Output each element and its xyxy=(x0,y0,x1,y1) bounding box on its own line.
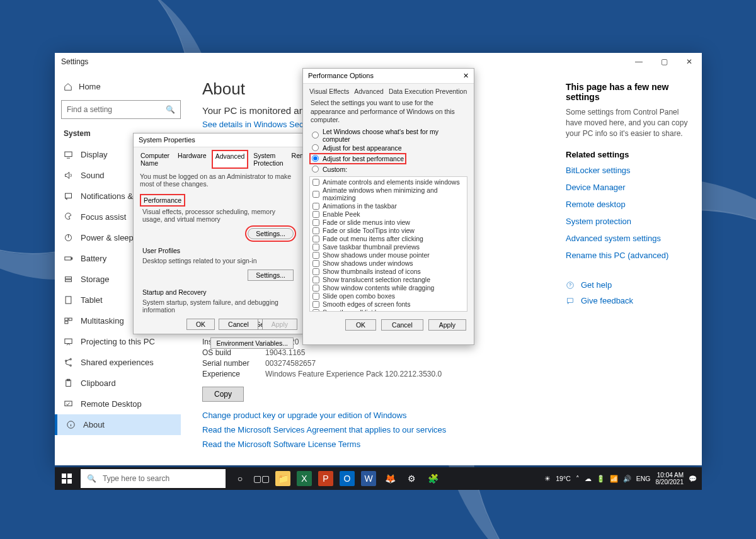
security-link[interactable]: See details in Windows Security xyxy=(202,120,319,129)
clock-date: 8/20/2021 xyxy=(656,479,684,485)
task-view-icon[interactable]: ▢▢ xyxy=(254,471,269,486)
visual-effect-checkbox[interactable]: Animations in the taskbar xyxy=(312,202,464,210)
battery-icon[interactable]: 🔋 xyxy=(597,475,605,483)
svg-rect-7 xyxy=(66,297,71,304)
help-icon: ? xyxy=(566,281,575,290)
sidebar-item-label: Focus assist xyxy=(81,212,126,222)
visual-effect-checkbox[interactable]: Enable Peek xyxy=(312,210,464,218)
onedrive-icon[interactable]: ☁ xyxy=(585,475,592,482)
visual-effect-checkbox[interactable]: Fade or slide ToolTips into view xyxy=(312,227,464,235)
volume-icon[interactable]: 🔊 xyxy=(623,475,631,483)
link-rename-pc[interactable]: Rename this PC (advanced) xyxy=(566,251,693,260)
link-system-protection[interactable]: System protection xyxy=(566,217,693,226)
svg-rect-22 xyxy=(62,474,66,478)
weather-temp[interactable]: 19°C xyxy=(556,475,570,482)
sidebar-item-remote-desktop[interactable]: Remote Desktop xyxy=(61,394,181,414)
firefox-icon[interactable]: 🦊 xyxy=(382,471,398,486)
visual-effect-checkbox[interactable]: Fade out menu items after clicking xyxy=(312,235,464,243)
sidebar-item-about[interactable]: About xyxy=(55,414,181,435)
search-input[interactable]: Find a setting 🔍 xyxy=(61,100,181,119)
language-indicator[interactable]: ENG xyxy=(636,475,651,482)
sound-icon xyxy=(64,171,73,180)
copy-button[interactable]: Copy xyxy=(202,387,244,402)
battery-icon xyxy=(64,254,73,263)
tray-chevron-icon[interactable]: ˄ xyxy=(576,475,580,482)
minimize-button[interactable]: — xyxy=(626,53,651,71)
close-icon[interactable]: ✕ xyxy=(463,72,469,80)
excel-icon[interactable]: X xyxy=(297,471,312,486)
link-remote-desktop[interactable]: Remote desktop xyxy=(566,200,693,209)
ok-button[interactable]: OK xyxy=(186,319,215,330)
visual-effect-checkbox[interactable]: Show shadows under mouse pointer xyxy=(312,251,464,259)
radio-let-windows-choose[interactable]: Let Windows choose what's best for my co… xyxy=(303,127,474,144)
link-advanced-system-settings[interactable]: Advanced system settings xyxy=(566,234,693,243)
radio-best-performance[interactable]: Adjust for best performance xyxy=(309,153,406,164)
taskbar-search[interactable]: 🔍 Type here to search xyxy=(81,469,226,488)
visual-effect-checkbox[interactable]: Slide open combo boxes xyxy=(312,292,464,300)
checkbox-label: Show thumbnails instead of icons xyxy=(323,268,421,275)
visual-effect-checkbox[interactable]: Save taskbar thumbnail previews xyxy=(312,243,464,251)
checkbox-label: Animate windows when minimizing and maxi… xyxy=(323,186,464,201)
cancel-button[interactable]: Cancel xyxy=(381,319,423,331)
tab-system-protection[interactable]: System Protection xyxy=(250,150,286,169)
tab-hardware[interactable]: Hardware xyxy=(175,150,210,169)
about-icon xyxy=(66,420,76,429)
visual-effect-checkbox[interactable]: Show shadows under windows xyxy=(312,259,464,268)
radio-custom[interactable]: Custom: xyxy=(303,165,474,174)
sidebar-item-shared-experiences[interactable]: Shared experiences xyxy=(61,352,181,373)
word-icon[interactable]: W xyxy=(361,471,376,486)
ok-button[interactable]: OK xyxy=(345,319,376,331)
visual-effect-checkbox[interactable]: Show translucent selection rectangle xyxy=(312,276,464,284)
visual-effect-checkbox[interactable]: Smooth-scroll list boxes xyxy=(312,309,464,312)
license-terms-link[interactable]: Read the Microsoft Software License Term… xyxy=(202,440,360,449)
sidebar-item-clipboard[interactable]: Clipboard xyxy=(61,373,181,394)
home-icon xyxy=(64,82,72,91)
tab-visual-effects[interactable]: Visual Effects xyxy=(309,88,349,95)
tab-computer-name[interactable]: Computer Name xyxy=(137,150,173,169)
powerpoint-icon[interactable]: P xyxy=(318,471,333,486)
give-feedback-link[interactable]: Give feedback xyxy=(566,296,693,305)
services-agreement-link[interactable]: Read the Microsoft Services Agreement th… xyxy=(202,425,446,434)
link-device-manager[interactable]: Device Manager xyxy=(566,183,693,192)
visual-effect-checkbox[interactable]: Smooth edges of screen fonts xyxy=(312,300,464,309)
clock[interactable]: 10:04 AM 8/20/2021 xyxy=(656,472,684,485)
close-button[interactable]: ✕ xyxy=(677,53,702,71)
title-text: Performance Options xyxy=(308,72,374,80)
visual-effect-checkbox[interactable]: Animate windows when minimizing and maxi… xyxy=(312,186,464,202)
performance-settings-button[interactable]: Settings... xyxy=(248,228,294,239)
apply-button[interactable]: Apply xyxy=(262,319,297,330)
startup-recovery-desc: System startup, system failure, and debu… xyxy=(134,297,302,317)
visual-effects-list[interactable]: Animate controls and elements inside win… xyxy=(309,176,467,312)
tab-dep[interactable]: Data Execution Prevention xyxy=(389,88,467,95)
visual-effect-checkbox[interactable]: Show thumbnails instead of icons xyxy=(312,268,464,276)
link-bitlocker[interactable]: BitLocker settings xyxy=(566,166,693,175)
spec-value: 003274582657 xyxy=(265,359,316,368)
visual-effect-checkbox[interactable]: Show window contents while dragging xyxy=(312,284,464,292)
environment-variables-button[interactable]: Environment Variables... xyxy=(210,338,294,349)
sidebar-home[interactable]: Home xyxy=(61,77,181,96)
svg-rect-1 xyxy=(66,193,72,198)
clock-time: 10:04 AM xyxy=(656,472,684,479)
user-profiles-settings-button[interactable]: Settings... xyxy=(248,270,294,281)
get-help-link[interactable]: ?Get help xyxy=(566,280,693,290)
notifications-icon[interactable]: 💬 xyxy=(689,475,697,483)
tab-advanced[interactable]: Advanced xyxy=(212,150,249,169)
radio-best-appearance[interactable]: Adjust for best appearance xyxy=(303,144,474,152)
apply-button[interactable]: Apply xyxy=(428,319,466,331)
tab-advanced[interactable]: Advanced xyxy=(354,88,384,95)
settings-icon[interactable]: ⚙ xyxy=(404,471,419,486)
right-heading: This page has a few new settings xyxy=(566,82,693,102)
weather-icon[interactable]: ☀ xyxy=(544,475,551,482)
wifi-icon[interactable]: 📶 xyxy=(610,475,618,483)
visual-effect-checkbox[interactable]: Animate controls and elements inside win… xyxy=(312,178,464,186)
cancel-button[interactable]: Cancel xyxy=(219,319,258,330)
change-product-key-link[interactable]: Change product key or upgrade your editi… xyxy=(202,411,406,420)
outlook-icon[interactable]: O xyxy=(340,471,355,486)
cortana-icon[interactable]: ○ xyxy=(232,471,248,486)
app-icon[interactable]: 🧩 xyxy=(425,471,440,486)
visual-effect-checkbox[interactable]: Fade or slide menus into view xyxy=(312,218,464,227)
maximize-button[interactable]: ▢ xyxy=(651,53,677,71)
file-explorer-icon[interactable]: 📁 xyxy=(275,471,290,486)
sidebar-item-label: Clipboard xyxy=(81,378,116,388)
start-button[interactable] xyxy=(55,467,79,490)
